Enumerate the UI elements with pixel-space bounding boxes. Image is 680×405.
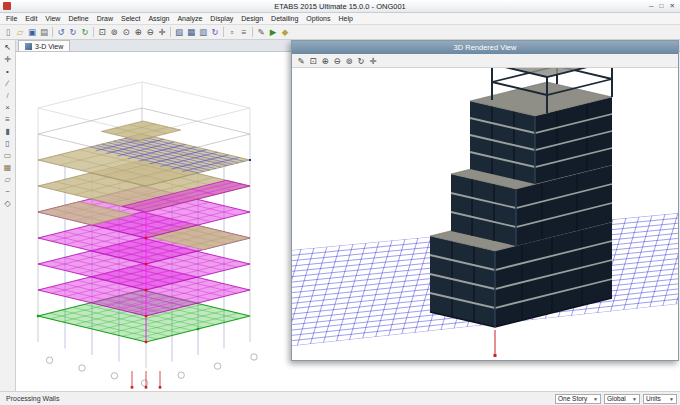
zoom-out-icon[interactable]: ⊖ bbox=[144, 26, 156, 38]
window-controls: ─ □ ✕ bbox=[649, 2, 680, 10]
rendered-view-title: 3D Rendered View bbox=[454, 43, 517, 52]
draw-links-icon[interactable]: ~ bbox=[2, 186, 14, 197]
quick-draw-braces-icon[interactable]: × bbox=[2, 102, 14, 113]
menu-file[interactable]: File bbox=[2, 15, 21, 22]
menu-display[interactable]: Display bbox=[206, 15, 237, 22]
toolbar-separator bbox=[223, 27, 224, 37]
chevron-down-icon: ▼ bbox=[593, 396, 598, 402]
close-button[interactable]: ✕ bbox=[670, 2, 675, 10]
titlebar: ETABS 2015 Ultimate 15.0.0 - ONG001 ─ □ … bbox=[0, 0, 680, 13]
save-model-icon[interactable]: ▣ bbox=[26, 26, 38, 38]
draw-frame-icon[interactable]: ∕ bbox=[2, 78, 14, 89]
status-bar: Processing Walls One Story ▼ Global ▼ Un… bbox=[0, 391, 680, 405]
menu-design[interactable]: Design bbox=[237, 15, 267, 22]
rendered-model bbox=[292, 68, 678, 360]
minimize-button[interactable]: ─ bbox=[649, 2, 654, 10]
rotate-3d-view-icon[interactable]: ↻ bbox=[209, 26, 221, 38]
rotate-view-icon[interactable]: ↻ bbox=[355, 55, 367, 67]
rubber-band-zoom-icon[interactable]: ⊡ bbox=[96, 26, 108, 38]
lock-model-icon[interactable]: ◆ bbox=[279, 26, 291, 38]
menu-view[interactable]: View bbox=[41, 15, 64, 22]
3d-view-tab-icon bbox=[25, 43, 32, 50]
etabs-window: ETABS 2015 Ultimate 15.0.0 - ONG001 ─ □ … bbox=[0, 0, 680, 405]
menu-select[interactable]: Select bbox=[117, 15, 144, 22]
tab-3d-view[interactable]: 3-D View bbox=[18, 40, 70, 51]
snap-options-icon[interactable]: ◇ bbox=[2, 198, 14, 209]
run-analysis-icon[interactable]: ▶ bbox=[267, 26, 279, 38]
undo-icon[interactable]: ↺ bbox=[55, 26, 67, 38]
toolbar-separator bbox=[93, 27, 94, 37]
assign-icon[interactable]: ✎ bbox=[255, 26, 267, 38]
tab-label: 3-D View bbox=[35, 43, 63, 50]
menu-define[interactable]: Define bbox=[64, 15, 92, 22]
print-icon[interactable]: ▤ bbox=[38, 26, 50, 38]
wireframe-model bbox=[18, 54, 280, 391]
quick-draw-frame-icon[interactable]: / bbox=[2, 90, 14, 101]
refresh-window-icon[interactable]: ↻ bbox=[79, 26, 91, 38]
edit-pencil-icon[interactable]: ✎ bbox=[295, 55, 307, 67]
quick-draw-wall-icon[interactable]: ▯ bbox=[2, 138, 14, 149]
toolbar-separator bbox=[170, 27, 171, 37]
menu-help[interactable]: Help bbox=[334, 15, 356, 22]
draw-floor-icon[interactable]: ▭ bbox=[2, 150, 14, 161]
new-model-icon[interactable]: ▯ bbox=[2, 26, 14, 38]
maximize-button[interactable]: □ bbox=[660, 2, 664, 10]
rubber-band-zoom-icon[interactable]: ⊡ bbox=[307, 55, 319, 67]
units-value: Units bbox=[646, 395, 661, 402]
toolbar-separator bbox=[252, 27, 253, 37]
set-display-options-icon[interactable]: ≡ bbox=[238, 26, 250, 38]
menu-edit[interactable]: Edit bbox=[21, 15, 41, 22]
workspace: ↖✛•∕/×≡▮▯▭▦▱~◇ 3-D View 3D Rendered View… bbox=[0, 40, 680, 391]
menu-draw[interactable]: Draw bbox=[93, 15, 117, 22]
quick-draw-floor-icon[interactable]: ▦ bbox=[2, 162, 14, 173]
restore-full-view-icon[interactable]: ⊚ bbox=[343, 55, 355, 67]
menu-detailing[interactable]: Detailing bbox=[267, 15, 302, 22]
redo-icon[interactable]: ↻ bbox=[67, 26, 79, 38]
elevation-view-icon[interactable]: ▥ bbox=[197, 26, 209, 38]
coord-system-value: Global bbox=[607, 395, 626, 402]
zoom-in-icon[interactable]: ⊕ bbox=[132, 26, 144, 38]
window-title: ETABS 2015 Ultimate 15.0.0 - ONG001 bbox=[0, 2, 680, 11]
chevron-down-icon: ▼ bbox=[669, 396, 674, 402]
open-model-icon[interactable]: ▱ bbox=[14, 26, 26, 38]
menu-assign[interactable]: Assign bbox=[144, 15, 173, 22]
draw-wall-icon[interactable]: ▮ bbox=[2, 126, 14, 137]
rendered-view-canvas[interactable] bbox=[292, 68, 678, 360]
story-selector-value: One Story bbox=[558, 395, 587, 402]
menu-options[interactable]: Options bbox=[302, 15, 334, 22]
coord-system-selector[interactable]: Global ▼ bbox=[604, 394, 640, 404]
plan-view-icon[interactable]: ▦ bbox=[185, 26, 197, 38]
story-selector[interactable]: One Story ▼ bbox=[555, 394, 601, 404]
pan-icon[interactable]: ✛ bbox=[156, 26, 168, 38]
rendered-view-toolbar: ✎⊡⊕⊖⊚↻✛ bbox=[292, 54, 678, 68]
zoom-in-icon[interactable]: ⊕ bbox=[319, 55, 331, 67]
object-shrink-toggle-icon[interactable]: ▫ bbox=[226, 26, 238, 38]
rendered-view-titlebar[interactable]: 3D Rendered View bbox=[292, 41, 678, 54]
3d-view-icon[interactable]: ▧ bbox=[173, 26, 185, 38]
main-toolbar: ▯▱▣▤↺↻↻⊡⊚⊙⊕⊖✛▧▦▥↻▫≡✎▶◆ bbox=[0, 25, 680, 40]
quick-draw-secondary-beams-icon[interactable]: ≡ bbox=[2, 114, 14, 125]
rendered-view-window: 3D Rendered View ✎⊡⊕⊖⊚↻✛ bbox=[291, 40, 679, 361]
status-message: Processing Walls bbox=[3, 395, 59, 402]
previous-zoom-icon[interactable]: ⊙ bbox=[120, 26, 132, 38]
select-pointer-icon[interactable]: ↖ bbox=[2, 42, 14, 53]
toolbar-separator bbox=[52, 27, 53, 37]
zoom-out-icon[interactable]: ⊖ bbox=[331, 55, 343, 67]
draw-toolbar: ↖✛•∕/×≡▮▯▭▦▱~◇ bbox=[0, 40, 16, 391]
axes-icon[interactable]: ✛ bbox=[367, 55, 379, 67]
restore-full-view-icon[interactable]: ⊚ bbox=[108, 26, 120, 38]
reshape-object-icon[interactable]: ✛ bbox=[2, 54, 14, 65]
menu-analyze[interactable]: Analyze bbox=[173, 15, 206, 22]
menu-bar: FileEditViewDefineDrawSelectAssignAnalyz… bbox=[0, 13, 680, 25]
draw-joint-icon[interactable]: • bbox=[2, 66, 14, 77]
draw-null-area-icon[interactable]: ▱ bbox=[2, 174, 14, 185]
chevron-down-icon: ▼ bbox=[632, 396, 637, 402]
app-icon bbox=[3, 2, 11, 10]
units-selector[interactable]: Units ▼ bbox=[643, 394, 677, 404]
